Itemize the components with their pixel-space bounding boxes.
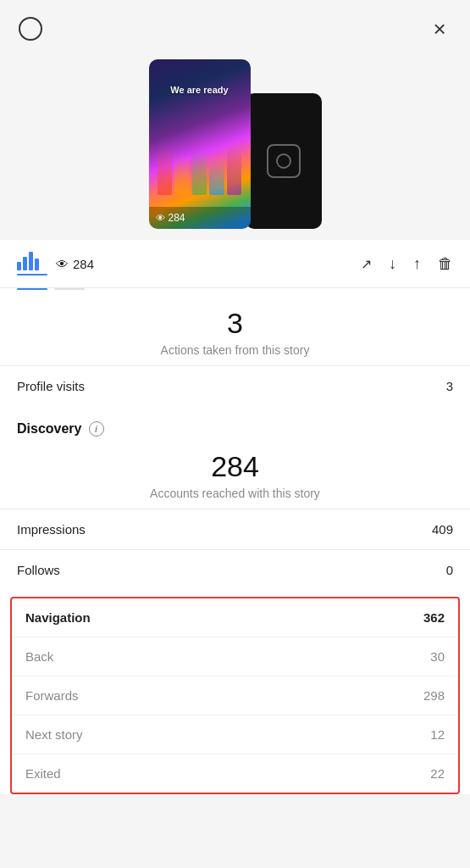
- toolbar-left: 👁 284: [17, 252, 361, 275]
- eye-icon-overlay: 👁: [156, 213, 165, 223]
- bar-1: [17, 262, 21, 270]
- follows-value: 0: [446, 563, 453, 577]
- navigation-section: Navigation 362 Back 30 Forwards 298 Next…: [10, 597, 460, 794]
- bar-2: [23, 257, 27, 270]
- exited-label: Exited: [25, 766, 61, 781]
- impressions-value: 409: [432, 522, 453, 537]
- discovery-label: Accounts reached with this story: [17, 487, 453, 500]
- next-story-value: 12: [430, 727, 445, 742]
- story-card-secondary: [246, 93, 322, 229]
- actions-block: 3 Actions taken from this story: [0, 290, 470, 365]
- profile-visits-label: Profile visits: [17, 379, 85, 393]
- follows-row: Follows 0: [0, 549, 470, 590]
- eye-icon-toolbar: 👁: [56, 257, 69, 271]
- forwards-label: Forwards: [25, 688, 79, 703]
- share-icon[interactable]: ↑: [413, 255, 421, 273]
- content-section: 👁 284 ↗ ↓ ↑ 🗑 3 Actions taken from this …: [0, 240, 470, 794]
- next-story-label: Next story: [25, 727, 83, 742]
- profile-visits-row: Profile visits 3: [0, 365, 470, 406]
- forwards-row: Forwards 298: [12, 676, 458, 715]
- navigation-header-row: Navigation 362: [12, 598, 458, 637]
- back-row: Back 30: [12, 637, 458, 676]
- toolbar: 👁 284 ↗ ↓ ↑ 🗑: [0, 240, 470, 288]
- close-button[interactable]: ×: [426, 15, 453, 42]
- actions-count: 3: [17, 307, 453, 340]
- bar-tab-indicator: [17, 274, 47, 275]
- tab-indicator-inactive: [54, 288, 85, 290]
- info-icon[interactable]: i: [89, 421, 104, 437]
- impressions-label: Impressions: [17, 522, 86, 537]
- forwards-value: 298: [423, 688, 445, 703]
- profile-visits-value: 3: [446, 379, 453, 393]
- story-card-main[interactable]: We are ready 👁 284: [149, 59, 251, 229]
- toolbar-actions: ↗ ↓ ↑ 🗑: [361, 255, 453, 273]
- discovery-block: 284 Accounts reached with this story: [0, 443, 470, 509]
- toolbar-view-number: 284: [73, 257, 94, 271]
- next-story-row: Next story 12: [12, 715, 458, 754]
- actions-label: Actions taken from this story: [17, 343, 453, 357]
- exited-value: 22: [430, 766, 445, 781]
- story-preview: We are ready 👁 284: [0, 51, 470, 229]
- toolbar-eye-count: 👁 284: [56, 257, 94, 271]
- discovery-count: 284: [17, 450, 453, 483]
- bar-chart-icon: [17, 252, 47, 270]
- back-label: Back: [25, 649, 53, 664]
- story-text: We are ready: [149, 85, 251, 95]
- discovery-title-row: Discovery i: [0, 406, 470, 443]
- story-view-count: 284: [169, 212, 185, 224]
- bar-chart-tab[interactable]: [17, 252, 47, 275]
- camera-icon: [267, 144, 301, 178]
- story-overlay: 👁 284: [149, 207, 251, 229]
- navigation-total: 362: [423, 610, 445, 625]
- settings-icon[interactable]: [17, 15, 44, 42]
- discovery-title: Discovery: [17, 421, 82, 437]
- pointer: [0, 229, 470, 240]
- impressions-row: Impressions 409: [0, 509, 470, 549]
- trend-icon[interactable]: ↗: [361, 256, 372, 272]
- back-value: 30: [430, 649, 445, 664]
- delete-icon[interactable]: 🗑: [438, 255, 453, 273]
- bar-4: [35, 259, 39, 270]
- header: ×: [0, 0, 470, 51]
- navigation-title: Navigation: [25, 610, 91, 625]
- exited-row: Exited 22: [12, 754, 458, 793]
- tab-indicator-active: [17, 288, 47, 290]
- bar-3: [29, 252, 33, 270]
- download-icon[interactable]: ↓: [389, 255, 396, 273]
- follows-label: Follows: [17, 563, 60, 577]
